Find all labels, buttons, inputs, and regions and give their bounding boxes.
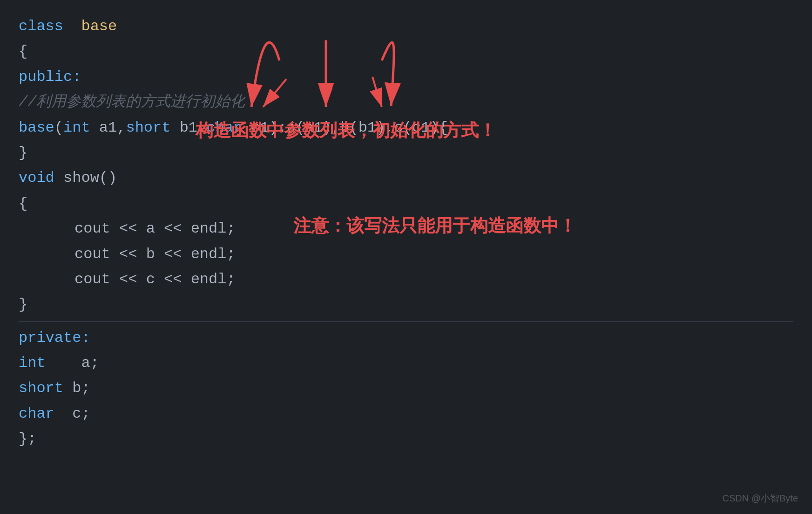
var-a: a; [46,351,99,376]
code-line-11: cout << c << endl; [19,267,793,292]
show-func: show() [54,166,117,191]
kw-char-1: char [206,115,242,140]
code-line-13: private: [19,326,793,351]
kw-int-1: int [63,115,90,140]
keyword-void: void [19,166,54,191]
plain-2: b1, [170,115,206,140]
brace-close-2: } [19,292,27,317]
keyword-class: class [19,14,63,39]
watermark: CSDN @小智Byte [722,492,798,505]
code-line-7: void show() [19,166,793,191]
code-line-5: base ( int a1, short b1, char c1):a(a1),… [19,115,793,140]
comment-line: //利用参数列表的方式进行初始化 [19,90,245,115]
code-text [63,14,81,39]
var-b: b; [63,376,90,401]
class-name: base [81,14,117,39]
separator [19,321,793,322]
keyword-private: private: [19,326,90,351]
brace-open-2: { [19,191,27,216]
kw-short-1: short [126,115,170,140]
code-line-8: { [19,191,793,216]
code-line-17: }; [19,427,793,452]
code-block: class base { public: //利用参数列表的方式进行初始化 ba… [0,0,812,466]
constructor-params: ( [54,115,63,140]
code-line-6: } [19,140,793,166]
cout-c: cout << c << endl; [74,267,236,292]
brace-close-1: } [19,140,27,166]
func-name-base: base [19,115,54,140]
kw-char-2: char [19,401,54,427]
kw-short-2: short [19,376,63,401]
code-line-2: { [19,39,793,64]
plain-1: a1, [90,115,126,140]
code-line-1: class base [19,14,793,39]
class-end: }; [19,427,36,452]
brace-open: { [19,39,27,64]
code-line-12: } [19,292,793,317]
plain-3: c1):a(a1),b(b1),c(c1){ [242,115,448,140]
code-line-9: cout << a << endl; [19,216,793,241]
var-c: c; [54,401,90,427]
keyword-public: public: [19,65,81,90]
code-line-4: //利用参数列表的方式进行初始化 [19,90,793,115]
cout-a: cout << a << endl; [74,216,236,241]
code-line-10: cout << b << endl; [19,242,793,267]
code-line-3: public: [19,65,793,90]
cout-b: cout << b << endl; [74,242,236,267]
kw-int-2: int [19,351,46,376]
code-line-15: short b; [19,376,793,401]
code-line-14: int a; [19,351,793,376]
code-line-16: char c; [19,401,793,427]
